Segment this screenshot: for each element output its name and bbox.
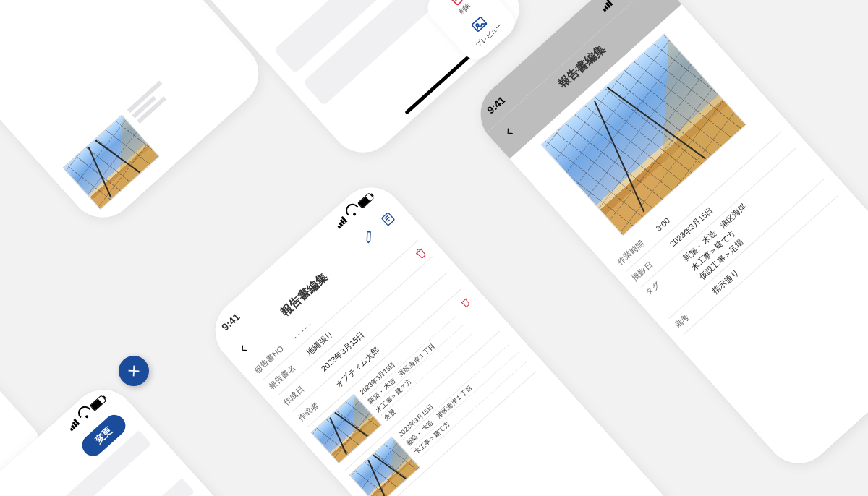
wifi-icon <box>345 205 359 219</box>
battery-icon <box>89 395 106 411</box>
wifi-icon <box>610 0 624 2</box>
phone-topleft-partial <box>0 0 272 231</box>
delete-action[interactable]: 削除 <box>444 0 473 17</box>
trash-icon[interactable] <box>411 244 429 262</box>
svg-rect-2 <box>382 213 395 226</box>
chevron-left-icon <box>501 123 518 140</box>
edit-icon[interactable] <box>359 227 378 245</box>
fab-close-left[interactable] <box>112 349 155 392</box>
status-time: 9:41 <box>485 94 508 116</box>
preview-action[interactable]: プレビュー <box>462 8 503 49</box>
signal-icon <box>335 216 348 228</box>
status-time: 9:41 <box>219 311 242 333</box>
signal-icon <box>600 0 613 12</box>
back-button[interactable] <box>235 340 252 357</box>
home-indicator <box>404 49 477 115</box>
template-icon[interactable] <box>379 210 397 228</box>
battery-icon <box>357 192 374 209</box>
wifi-icon <box>77 408 91 422</box>
back-button[interactable] <box>501 123 518 140</box>
chevron-left-icon <box>235 340 252 357</box>
construction-thumb <box>63 114 160 210</box>
trash-icon[interactable] <box>456 294 474 312</box>
signal-icon <box>67 419 80 431</box>
close-icon <box>124 362 142 380</box>
